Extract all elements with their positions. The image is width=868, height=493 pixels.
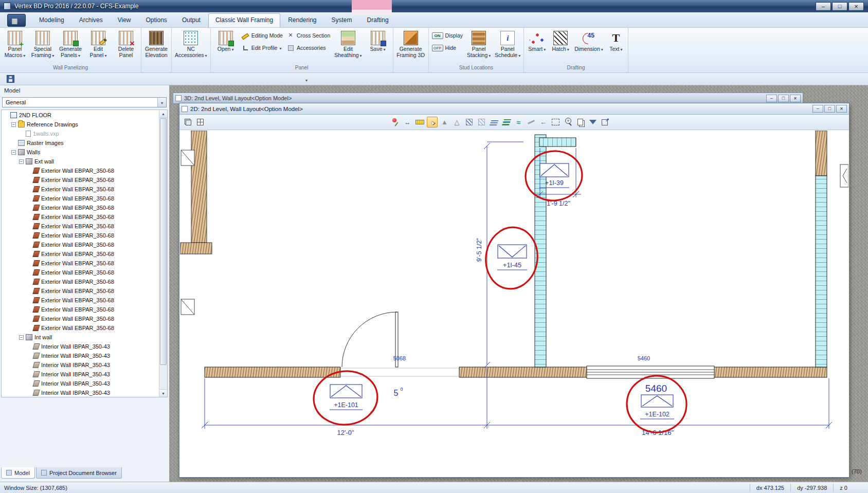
maximize-button[interactable]: [832, 2, 847, 11]
tab-archives[interactable]: Archives: [72, 13, 110, 27]
tree-item[interactable]: Exterior Wall EBPAR_350-68: [2, 286, 159, 296]
delete-panel-button[interactable]: Delete Panel: [112, 28, 140, 65]
pin-icon[interactable]: [390, 117, 401, 127]
editing-mode-button[interactable]: Editing Mode: [242, 31, 283, 40]
tree-item[interactable]: Interior Wall IBPAR_350-43: [2, 342, 159, 351]
copy-icon[interactable]: [575, 117, 586, 127]
tree-item[interactable]: 1walls.vxp: [2, 129, 159, 138]
right-wall[interactable]: [816, 131, 827, 367]
panel-marker-1I-45[interactable]: +1I-45: [497, 245, 527, 270]
hatch-blue-icon[interactable]: [464, 117, 475, 127]
panel-marker-1E-102[interactable]: 5460 +1E-102: [640, 383, 674, 419]
tab-modeling[interactable]: Modeling: [32, 13, 71, 27]
tree-item[interactable]: Reference Drawings: [2, 120, 159, 129]
scrollbar-thumb[interactable]: [160, 118, 167, 365]
door-opening[interactable]: [340, 312, 459, 378]
generate-panels-button[interactable]: Generate Panels: [57, 28, 84, 65]
arrange-windows-icon[interactable]: [183, 117, 193, 127]
open-button[interactable]: Open: [212, 28, 240, 65]
tree-scrollbar[interactable]: [159, 110, 167, 397]
tree-item[interactable]: Interior Wall IBPAR_350-43: [2, 370, 159, 379]
minimize-button[interactable]: [766, 95, 777, 102]
tree-item[interactable]: Int wall: [2, 333, 159, 342]
tree-item[interactable]: Exterior Wall EBPAR_350-68: [2, 194, 159, 203]
title-bar[interactable]: Vertex BD Pro 2016 / 22.0.07 - CFS-Examp…: [0, 0, 868, 12]
tree-item[interactable]: Exterior Wall EBPAR_350-68: [2, 175, 159, 185]
tree-expander[interactable]: [19, 159, 24, 164]
polygon-icon[interactable]: [439, 117, 450, 127]
drawing-canvas[interactable]: 1'-9 1/2" 9'-5 1/2" 12'-0" 14'-6 1/16" 5…: [180, 131, 848, 477]
panel-schedule-button[interactable]: i Panel Schedule: [493, 28, 522, 65]
tab-rendering[interactable]: Rendering: [281, 13, 323, 27]
scroll-down-button[interactable]: [159, 389, 167, 397]
tree-item[interactable]: Exterior Wall EBPAR_350-68: [2, 277, 159, 286]
tree-item[interactable]: Exterior Wall EBPAR_350-68: [2, 203, 159, 212]
tab-output[interactable]: Output: [175, 13, 208, 27]
tab-view[interactable]: View: [111, 13, 138, 27]
minimize-button[interactable]: [812, 105, 823, 113]
panel-stacking-button[interactable]: Panel Stacking: [465, 28, 493, 65]
maximize-button[interactable]: [778, 95, 789, 102]
polygon-dashed-icon[interactable]: [451, 117, 462, 127]
tree-item[interactable]: Exterior Wall EBPAR_350-68: [2, 296, 159, 305]
tab-drafting[interactable]: Drafting: [360, 13, 396, 27]
tab-options[interactable]: Options: [139, 13, 174, 27]
generate-elevation-button[interactable]: Generate Elevation: [142, 28, 170, 65]
undo-icon[interactable]: [538, 117, 549, 127]
line-icon[interactable]: [526, 117, 536, 127]
layers-blue-icon[interactable]: [489, 117, 499, 127]
tree-item[interactable]: Exterior Wall EBPAR_350-68: [2, 185, 159, 194]
select-cursor-icon[interactable]: [427, 117, 438, 127]
left-wall-group[interactable]: [180, 131, 212, 315]
special-framing-button[interactable]: Special Framing: [29, 28, 57, 65]
generate-framing-3d-button[interactable]: Generate Framing 3D: [394, 28, 427, 65]
tree-item[interactable]: Exterior Wall EBPAR_350-68: [2, 222, 159, 231]
tree-item[interactable]: Interior Wall IBPAR_350-43: [2, 360, 159, 370]
tree-item[interactable]: Exterior Wall EBPAR_350-68: [2, 305, 159, 314]
tree-item[interactable]: Interior Wall IBPAR_350-43: [2, 351, 159, 360]
pane-grid-icon[interactable]: [195, 117, 206, 127]
export-icon[interactable]: [600, 117, 610, 127]
hatch-light-icon[interactable]: [476, 117, 487, 127]
tree-expander[interactable]: [11, 122, 16, 127]
window-2d-titlebar[interactable]: 2D: 2nd Level, Wall Layout<Option Model>: [179, 103, 849, 115]
tree-item[interactable]: Exterior Wall EBPAR_350-68: [2, 240, 159, 249]
tab-system[interactable]: System: [324, 13, 359, 27]
minimize-button[interactable]: [816, 2, 831, 11]
tree-item[interactable]: Exterior Wall EBPAR_350-68: [2, 259, 159, 268]
tree-item[interactable]: Raster Images: [2, 138, 159, 148]
smart-button[interactable]: Smart: [525, 28, 549, 65]
tree-item[interactable]: Exterior Wall EBPAR_350-68: [2, 231, 159, 240]
model-tree[interactable]: 2ND FLOORReference Drawings1walls.vxpRas…: [1, 109, 168, 397]
tree-item[interactable]: Interior Wall IBPAR_350-43: [2, 379, 159, 388]
edit-sheathing-button[interactable]: Edit Sheathing: [332, 28, 364, 65]
filter-icon[interactable]: [587, 117, 598, 127]
edit-profile-button[interactable]: Edit Profile: [242, 44, 283, 52]
tree-item[interactable]: Exterior Wall EBPAR_350-68: [2, 323, 159, 333]
text-button[interactable]: T Text: [605, 28, 627, 65]
ribbon-collapse-button[interactable]: [301, 76, 312, 83]
tree-expander[interactable]: [11, 150, 16, 155]
hatch-button[interactable]: Hatch: [549, 28, 572, 65]
close-button[interactable]: [848, 2, 864, 11]
close-button[interactable]: [836, 105, 847, 113]
edit-panel-button[interactable]: Edit Panel: [84, 28, 112, 65]
tree-item[interactable]: Exterior Wall EBPAR_350-68: [2, 314, 159, 323]
nc-accessories-button[interactable]: NC Accessories: [173, 28, 209, 65]
tree-item[interactable]: Walls: [2, 148, 159, 157]
accessories-button[interactable]: Accessories: [287, 44, 330, 52]
tree-item[interactable]: Exterior Wall EBPAR_350-68: [2, 268, 159, 277]
dropdown-button[interactable]: [157, 98, 166, 107]
tree-expander[interactable]: [19, 335, 24, 340]
scroll-up-button[interactable]: [159, 110, 167, 118]
tab-classic-wall-framing[interactable]: Classic Wall Framing: [208, 13, 280, 27]
tree-item[interactable]: 2ND FLOOR: [2, 111, 159, 120]
save-button[interactable]: Save: [364, 28, 392, 65]
snap-move-icon[interactable]: [402, 117, 413, 127]
panel-macros-button[interactable]: Panel Macros: [1, 28, 29, 65]
quick-save-button[interactable]: [7, 75, 14, 83]
zoom-in-icon[interactable]: [563, 117, 573, 127]
app-menu-button[interactable]: [7, 14, 26, 27]
crop-box-icon[interactable]: [550, 117, 561, 127]
bottom-wall[interactable]: [205, 367, 827, 377]
